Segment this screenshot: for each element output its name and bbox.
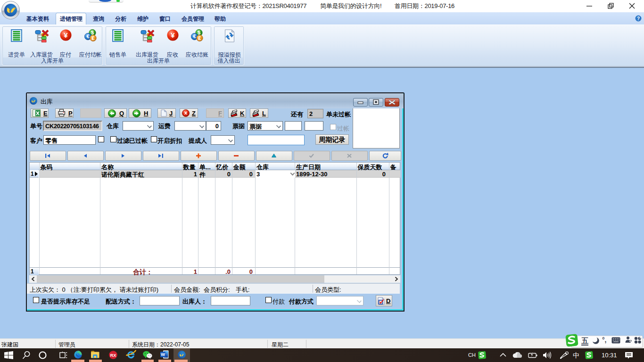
svg-text:W: W bbox=[161, 352, 165, 357]
svg-text:€: € bbox=[86, 33, 89, 39]
svg-text:¥: ¥ bbox=[64, 31, 68, 39]
svg-text:€: € bbox=[193, 33, 196, 39]
svg-text:RX: RX bbox=[110, 353, 116, 358]
svg-text:£: £ bbox=[198, 35, 201, 41]
svg-text:£: £ bbox=[91, 35, 94, 41]
svg-text:¥: ¥ bbox=[171, 31, 175, 39]
svg-text:?: ? bbox=[637, 16, 640, 21]
